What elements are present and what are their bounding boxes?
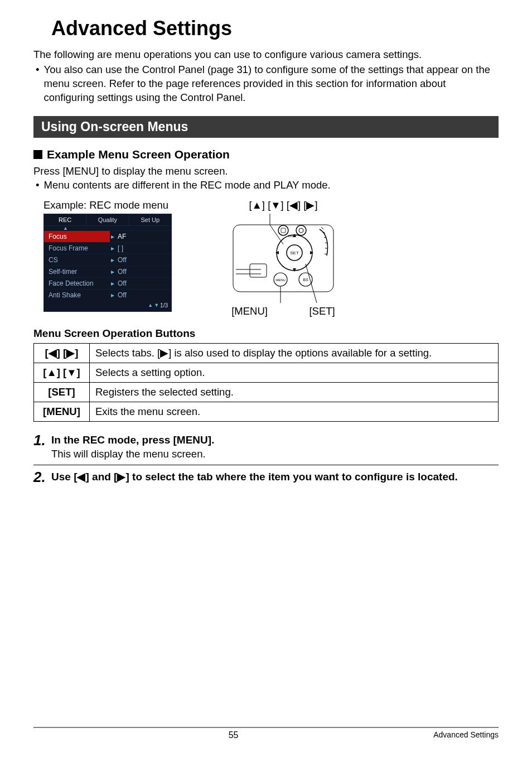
- example-caption: Example: REC mode menu: [43, 199, 172, 211]
- rec-menu-screenshot: REC Quality Set Up ▲ Focus ▸ AF Focus Fr…: [43, 214, 172, 312]
- rec-item-value: AF: [115, 231, 128, 242]
- up-arrow-icon: ▲: [148, 302, 153, 308]
- ops-btn-cell: [SET]: [34, 382, 90, 402]
- right-arrow-icon: ▸: [110, 244, 115, 252]
- rec-item-label: Anti Shake: [44, 290, 110, 301]
- rec-item-value: [ ]: [115, 243, 125, 254]
- svg-rect-3: [250, 264, 267, 277]
- ops-desc-cell: Exits the menu screen.: [90, 402, 499, 421]
- ops-btn-cell: [◀] [▶]: [34, 343, 90, 363]
- table-row: [◀] [▶] Selects tabs. [▶] is also used t…: [34, 343, 499, 363]
- intro-bullet: • You also can use the Control Panel (pa…: [36, 63, 499, 105]
- rec-item-self-timer: Self-timer ▸ Off: [44, 266, 171, 277]
- intro-bullet-text: You also can use the Control Panel (page…: [43, 63, 499, 105]
- rec-item-anti-shake: Anti Shake ▸ Off: [44, 289, 171, 301]
- rec-item-label: Focus: [44, 231, 110, 242]
- rec-pager-text: 1/3: [160, 302, 168, 308]
- rec-item-label: Face Detection: [44, 278, 110, 289]
- rec-item-cs: CS ▸ Off: [44, 254, 171, 266]
- svg-line-19: [306, 264, 317, 303]
- press-text: Press [MENU] to display the menu screen.: [33, 165, 499, 179]
- ops-desc-cell: Selects a setting option.: [90, 363, 499, 382]
- rec-item-label: Self-timer: [44, 266, 110, 277]
- svg-rect-9: [281, 228, 286, 233]
- step-1: 1. In the REC mode, press [MENU]. This w…: [33, 433, 499, 461]
- controller-set-label: [SET]: [309, 305, 335, 317]
- rec-tab-quality: Quality: [86, 214, 128, 225]
- rec-tab-rec: REC: [44, 214, 86, 225]
- controller-block: [▲] [▼] [◀] [▶] SET DISP MENU: [211, 199, 356, 317]
- rec-item-label: CS: [44, 254, 110, 266]
- rec-item-value: Off: [115, 278, 129, 289]
- intro-text: The following are menu operations you ca…: [33, 48, 499, 62]
- example-rec-menu-block: Example: REC mode menu REC Quality Set U…: [43, 199, 172, 317]
- sub-heading: Example Menu Screen Operation: [33, 148, 499, 161]
- press-bullet: • Menu contents are different in the REC…: [36, 179, 499, 192]
- footer-section: Advanced Settings: [433, 730, 499, 740]
- down-arrow-icon: ▼: [154, 302, 159, 308]
- svg-rect-0: [233, 225, 333, 292]
- camera-controller-icon: SET DISP MENU BS: [228, 214, 339, 303]
- right-arrow-icon: ▸: [110, 256, 115, 264]
- svg-point-8: [296, 225, 306, 235]
- controller-menu-label: [MENU]: [231, 305, 268, 317]
- svg-text:BS: BS: [303, 278, 308, 282]
- page-footer: 55 Advanced Settings: [33, 727, 499, 740]
- step-2: 2. Use [◀] and [▶] to select the tab whe…: [33, 470, 499, 484]
- section-heading-bar: Using On-screen Menus: [33, 116, 499, 138]
- bullet-marker: •: [36, 63, 43, 105]
- rec-item-value: Off: [115, 266, 129, 277]
- right-arrow-icon: ▸: [110, 279, 115, 287]
- rec-item-focus: Focus ▸ AF: [44, 230, 171, 242]
- rec-item-face-detection: Face Detection ▸ Off: [44, 277, 171, 289]
- bullet-marker: •: [36, 179, 43, 192]
- step-number: 1.: [33, 433, 51, 461]
- controller-caption: [▲] [▼] [◀] [▶]: [211, 199, 356, 211]
- step-number: 2.: [33, 470, 51, 484]
- right-arrow-icon: ▸: [110, 233, 115, 240]
- sub-heading-text: Example Menu Screen Operation: [47, 148, 230, 161]
- svg-text:MENU: MENU: [275, 278, 286, 282]
- table-row: [SET] Registers the selected setting.: [34, 382, 499, 402]
- right-arrow-icon: ▸: [110, 291, 115, 299]
- page-title: Advanced Settings: [51, 17, 499, 40]
- rec-item-label: Focus Frame: [44, 243, 110, 254]
- step-body: This will display the menu screen.: [51, 448, 499, 460]
- ops-btn-cell: [MENU]: [34, 402, 90, 421]
- menu-ops-heading: Menu Screen Operation Buttons: [33, 327, 499, 340]
- step-title: Use [◀] and [▶] to select the tab where …: [51, 470, 499, 484]
- step-title: In the REC mode, press [MENU].: [51, 433, 499, 447]
- press-bullet-text: Menu contents are different in the REC m…: [43, 179, 330, 192]
- square-bullet-icon: [33, 150, 42, 159]
- ops-table: [◀] [▶] Selects tabs. [▶] is also used t…: [33, 343, 499, 422]
- rec-item-value: Off: [115, 254, 129, 266]
- ops-desc-cell: Selects tabs. [▶] is also used to displa…: [90, 343, 499, 363]
- table-row: [▲] [▼] Selects a setting option.: [34, 363, 499, 382]
- svg-point-7: [278, 225, 288, 235]
- table-row: [MENU] Exits the menu screen.: [34, 402, 499, 421]
- rec-item-focus-frame: Focus Frame ▸ [ ]: [44, 242, 171, 254]
- svg-text:SET: SET: [290, 250, 299, 255]
- svg-point-10: [299, 228, 303, 233]
- right-arrow-icon: ▸: [110, 268, 115, 276]
- rec-tab-setup: Set Up: [129, 214, 171, 225]
- rec-item-value: Off: [115, 290, 129, 301]
- svg-text:DISP: DISP: [288, 234, 296, 238]
- rec-pager: ▲ ▼ 1/3: [44, 301, 171, 311]
- ops-desc-cell: Registers the selected setting.: [90, 382, 499, 402]
- ops-btn-cell: [▲] [▼]: [34, 363, 90, 382]
- page-number: 55: [33, 730, 433, 740]
- step-separator: [33, 465, 499, 465]
- rec-tab-indicator-icon: ▲: [44, 226, 171, 230]
